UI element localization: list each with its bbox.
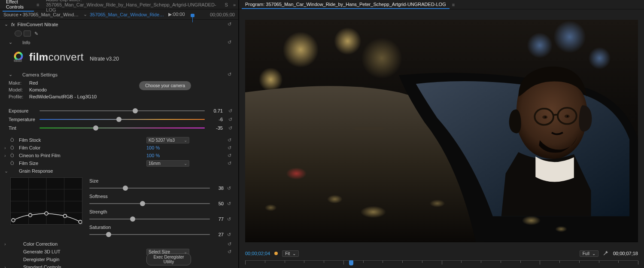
grain-size-value[interactable]: 38 <box>213 186 224 191</box>
grain-strength-slider[interactable] <box>89 219 210 219</box>
grain-size-slider[interactable] <box>89 188 210 189</box>
current-timecode[interactable]: 00;00;02;04 <box>245 251 270 256</box>
twirl-right-icon[interactable]: › <box>4 153 9 158</box>
grain-softness-value[interactable]: 50 <box>213 201 224 206</box>
chevron-down-icon: ⌄ <box>184 161 187 166</box>
program-viewer[interactable] <box>245 20 638 242</box>
stopwatch-icon[interactable]: Ò <box>10 137 15 143</box>
logo-text: filmconvert <box>29 51 84 63</box>
resolution-select[interactable]: Full⌄ <box>580 250 598 257</box>
reset-icon[interactable]: ↺ <box>227 201 233 207</box>
grain-strength-value[interactable]: 77 <box>213 216 224 222</box>
tint-value[interactable]: -35 <box>209 125 223 131</box>
section-camera-settings[interactable]: ⌄ Camera Settings ↺ <box>0 70 238 79</box>
grain-softness-slider[interactable] <box>89 203 210 204</box>
standard-controls-row[interactable]: › Standard Controls <box>0 263 238 268</box>
reset-icon[interactable]: ↺ <box>228 72 234 77</box>
grain-saturation-value[interactable]: 27 <box>213 232 224 237</box>
svg-point-13 <box>28 213 32 217</box>
grain-saturation-slider[interactable] <box>89 234 210 235</box>
reset-icon[interactable]: ↺ <box>227 125 233 131</box>
grain-sliders: Size 38↺ Softness 50↺ Strength 77↺ Satur… <box>89 177 233 238</box>
cineon-row: › Ò Cineon to Print Film 100 % ↺ <box>0 152 238 159</box>
generate-3d-lut-label: Generate 3D LUT <box>23 249 61 254</box>
svg-point-38 <box>567 116 568 117</box>
tab-program-monitor[interactable]: Program: 357065_Man_Car_Window_Ride_by_H… <box>242 0 450 9</box>
twirl-right-icon[interactable]: › <box>4 265 9 268</box>
tint-slider[interactable] <box>39 128 205 128</box>
reset-icon[interactable]: ↺ <box>227 232 233 238</box>
film-color-row: › Ò Film Color 100 % ↺ <box>0 144 238 152</box>
reset-icon[interactable]: ↺ <box>227 137 233 143</box>
mask-rect-icon[interactable] <box>24 30 31 37</box>
film-stock-select[interactable]: KD 5207 Vis3⌄ <box>146 137 189 143</box>
reset-icon[interactable]: ↺ <box>227 216 233 222</box>
reset-plugin-icon[interactable]: ↺ <box>228 21 234 27</box>
reset-icon[interactable]: ↺ <box>227 186 233 191</box>
color-wheel-icon <box>12 51 25 64</box>
twirl-down-icon[interactable]: ⌄ <box>4 168 9 174</box>
svg-point-28 <box>265 204 277 211</box>
stopwatch-icon[interactable]: Ò <box>10 145 15 150</box>
cineon-value[interactable]: 100 % <box>146 153 189 158</box>
film-color-value[interactable]: 100 % <box>146 145 189 150</box>
stopwatch-icon[interactable]: Ò <box>10 161 15 166</box>
play-icon[interactable]: ▶:00:00 <box>168 12 185 17</box>
reset-icon[interactable]: ↺ <box>227 249 233 255</box>
reset-icon[interactable]: ↺ <box>227 108 233 114</box>
reset-icon[interactable]: ↺ <box>227 117 233 122</box>
mask-pen-icon[interactable]: ✎ <box>33 30 40 37</box>
temperature-row: Temperature -6 ↺ <box>9 116 233 123</box>
svg-point-14 <box>45 212 48 215</box>
twirl-right-icon[interactable]: › <box>4 241 9 247</box>
twirl-right-icon[interactable]: › <box>4 145 9 150</box>
reset-icon[interactable]: ↺ <box>227 145 233 151</box>
film-stock-label: Film Stock <box>19 137 41 143</box>
zoom-select[interactable]: Fit⌄ <box>282 250 299 257</box>
expand-panel-icon[interactable]: » <box>233 2 236 7</box>
tab-s[interactable]: S <box>222 1 231 9</box>
make-value: Red <box>29 80 38 85</box>
exposure-slider[interactable] <box>39 110 205 111</box>
effect-controls-panel: Effect Controls ≡ Audio Clip Mixer: 3570… <box>0 0 239 268</box>
exposure-value[interactable]: 0.71 <box>209 108 223 113</box>
color-correction-label: Color Correction <box>23 241 58 247</box>
source-clip-bar: Source • 357065_Man_Car_Window_Ride_by_…… <box>0 9 238 20</box>
film-size-row: Ò Film Size 16mm⌄ ↺ <box>0 159 238 167</box>
clip-link[interactable]: 357065_Man_Car_Window_Ride_by_Hans… <box>90 12 165 17</box>
twirl-down-icon[interactable]: ⌄ <box>9 40 13 45</box>
panel-menu-icon[interactable]: ≡ <box>452 2 455 7</box>
effect-controls-scroll[interactable]: ⌄ fx FilmConvert Nitrate ↺ ✎ ⌄ Info ↺ <box>0 20 238 268</box>
temperature-slider[interactable] <box>39 119 205 120</box>
svg-point-19 <box>334 27 361 55</box>
reset-icon[interactable]: ↺ <box>228 40 234 45</box>
source-dropdown-icon[interactable]: ⌄ <box>83 12 87 17</box>
grain-size-label: Size <box>89 178 233 183</box>
reset-icon[interactable]: ↺ <box>227 241 233 247</box>
exec-deregister-button[interactable]: Exec Deregister Utility <box>146 253 191 265</box>
record-indicator-icon <box>274 252 278 255</box>
reset-icon[interactable]: ↺ <box>227 161 233 166</box>
program-time-ruler[interactable] <box>245 260 638 268</box>
color-correction-row[interactable]: › Color Correction ↺ <box>0 240 238 248</box>
section-info[interactable]: ⌄ Info ↺ <box>0 38 238 46</box>
stopwatch-icon[interactable]: Ò <box>10 153 15 158</box>
panel-menu-icon[interactable]: ≡ <box>36 2 39 7</box>
reset-icon[interactable]: ↺ <box>227 153 233 158</box>
playhead-icon[interactable] <box>349 260 353 265</box>
bypass-toggle-icon[interactable] <box>15 30 22 37</box>
exposure-row: Exposure 0.71 ↺ <box>9 107 233 115</box>
choose-camera-button[interactable]: Choose your camera <box>139 81 191 90</box>
svg-point-27 <box>361 206 386 218</box>
svg-point-24 <box>589 47 611 70</box>
fx-badge-icon[interactable]: fx <box>11 22 15 27</box>
grain-curve-editor[interactable] <box>10 177 82 225</box>
program-monitor-panel: Program: 357065_Man_Car_Window_Ride_by_H… <box>239 0 644 268</box>
twirl-down-icon[interactable]: ⌄ <box>4 21 9 27</box>
profile-value: RedWideGamutRGB - Log3G10 <box>29 94 97 99</box>
twirl-down-icon[interactable]: ⌄ <box>9 72 13 77</box>
film-size-select[interactable]: 16mm⌄ <box>146 160 189 167</box>
svg-point-25 <box>286 168 307 180</box>
temperature-value[interactable]: -6 <box>209 117 223 122</box>
settings-wrench-icon[interactable] <box>603 250 609 256</box>
